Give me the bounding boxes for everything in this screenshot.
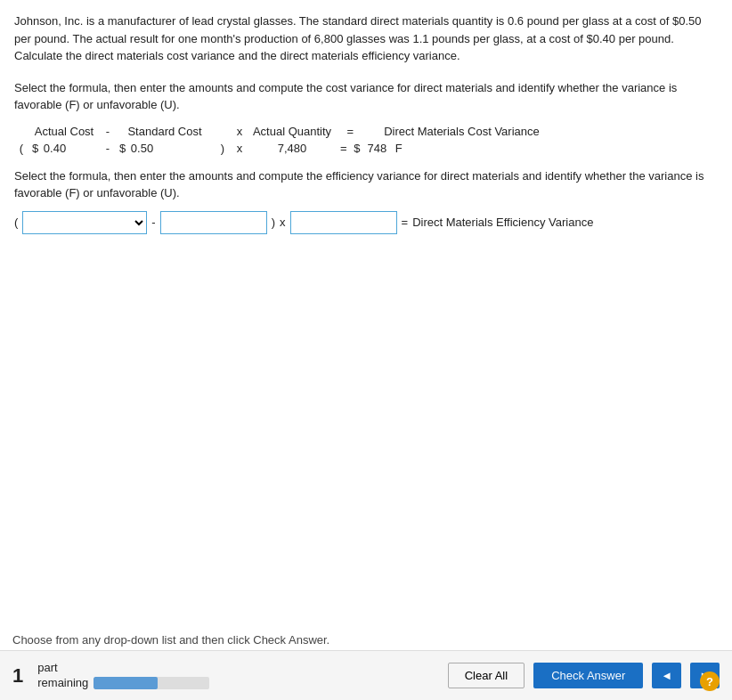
efficiency-variance-label: Direct Materials Efficiency Variance: [412, 216, 593, 229]
equals-op-2: =: [402, 216, 409, 229]
favorable-label: F: [395, 142, 403, 155]
efficiency-input2[interactable]: [290, 211, 397, 234]
cost-variance-result: 748: [367, 142, 386, 155]
dollar-sign-1: $: [32, 142, 38, 155]
paren-open-2: (: [14, 216, 18, 229]
x-op-2: x: [280, 216, 286, 229]
paren-close-2: ): [272, 216, 275, 229]
actual-quantity-value: 7,480: [248, 140, 337, 157]
check-answer-button[interactable]: Check Answer: [533, 663, 643, 688]
problem-text: Johnson, Inc. is a manufacturer of lead …: [14, 12, 718, 65]
section1-formula: Actual Cost - Standard Cost x Actual Qua…: [14, 123, 718, 157]
standard-cost-value: 0.50: [131, 142, 153, 155]
dollar-sign-3: $: [354, 142, 360, 155]
col2-header: Standard Cost: [116, 123, 214, 140]
col3-header: Actual Quantity: [248, 123, 337, 140]
nav-prev-button[interactable]: ◄: [652, 663, 681, 688]
efficiency-input1[interactable]: [160, 211, 267, 234]
op2-header: x: [232, 123, 248, 140]
section1-instruction: Select the formula, then enter the amoun…: [14, 79, 718, 114]
efficiency-dropdown[interactable]: Actual Quantity Standard Quantity Actual…: [22, 211, 147, 234]
bottom-bar: 1 part remaining Clear All Check Answer …: [0, 650, 732, 700]
progress-bar-fill: [94, 677, 158, 689]
remaining-label: remaining: [37, 676, 88, 691]
clear-all-button[interactable]: Clear All: [448, 663, 525, 688]
help-icon[interactable]: ?: [700, 672, 720, 691]
op1-header: -: [100, 123, 116, 140]
col1-header: Actual Cost: [28, 123, 100, 140]
progress-bar-container: [94, 677, 209, 689]
col4-header: Direct Materials Cost Variance: [363, 123, 559, 140]
paren-open-1: (: [14, 140, 28, 157]
part-number: 1: [12, 664, 23, 688]
section2-instruction: Select the formula, then enter the amoun…: [14, 167, 718, 202]
part-remaining-info: part remaining: [37, 661, 209, 691]
equals-op-1: =: [340, 142, 347, 155]
actual-cost-value: 0.40: [44, 142, 66, 155]
minus-op-1: -: [100, 140, 116, 157]
x-op-1: x: [232, 140, 248, 157]
part-label: part: [37, 661, 57, 676]
paren-close-1: ): [214, 140, 232, 157]
dollar-sign-2: $: [119, 142, 126, 155]
hint-text: Choose from any drop-down list and then …: [12, 633, 329, 647]
op3-header: =: [337, 123, 363, 140]
minus-op-2: -: [151, 216, 155, 229]
